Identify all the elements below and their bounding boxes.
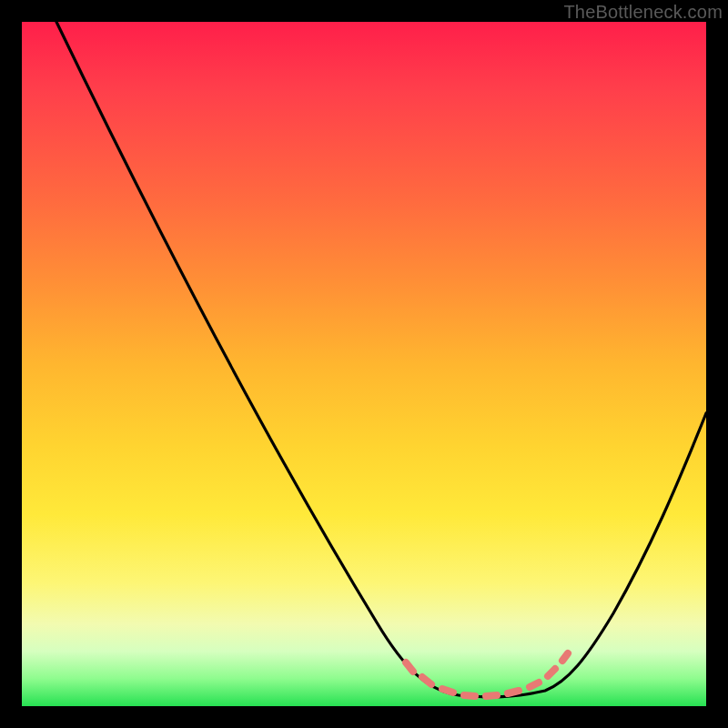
svg-line-7 xyxy=(548,669,555,676)
bottleneck-curve xyxy=(56,22,706,697)
svg-line-2 xyxy=(442,689,453,693)
svg-line-3 xyxy=(464,695,475,696)
svg-line-4 xyxy=(486,695,497,696)
svg-line-0 xyxy=(406,662,413,672)
svg-line-5 xyxy=(508,691,519,693)
svg-line-1 xyxy=(422,677,431,684)
watermark-text: TheBottleneck.com xyxy=(563,2,723,23)
chart-svg xyxy=(22,22,706,706)
svg-line-6 xyxy=(530,682,539,687)
chart-frame xyxy=(22,22,706,706)
svg-line-8 xyxy=(562,653,568,661)
